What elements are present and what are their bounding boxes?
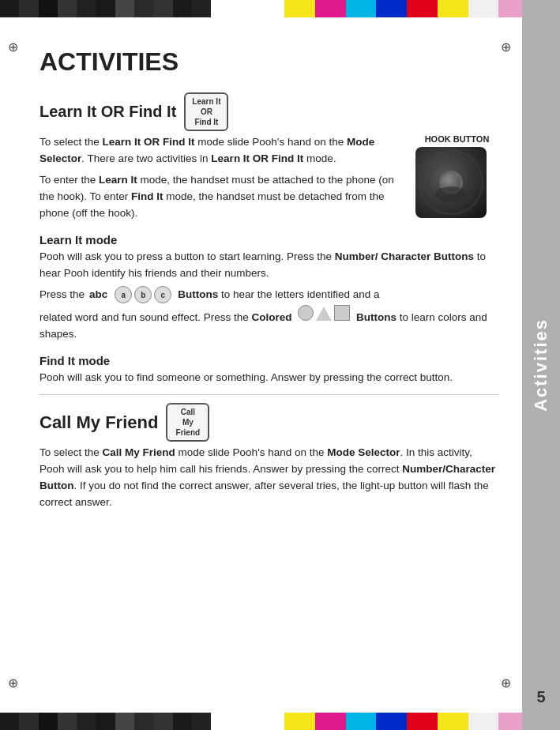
section1-heading: Learn It OR Find It Learn ItORFind It <box>39 92 498 131</box>
hook-button-section: HOOK BUTTON <box>415 134 498 218</box>
hook-button-label: HOOK BUTTON <box>415 134 498 144</box>
section4-heading-text: Call My Friend <box>39 412 158 433</box>
top-bar-color <box>284 0 529 17</box>
section3-heading: Find It mode <box>39 354 498 367</box>
btn-a: a <box>115 286 132 303</box>
top-bar-black <box>0 0 269 17</box>
divider <box>39 394 498 395</box>
section2-colored-row: related word and fun sound effect. Press… <box>39 305 498 343</box>
btn-c: c <box>154 286 171 303</box>
section2-abc-row: Press the abc a b c Buttons to hear the … <box>39 286 498 303</box>
section4-para: To select the Call My Friend mode slide … <box>39 445 498 511</box>
learn-it-find-it-badge: Learn ItORFind It <box>184 92 228 131</box>
section4-heading: Call My Friend CallMyFriend <box>39 403 498 442</box>
bottom-bar-black <box>0 713 269 730</box>
crosshair-bottom-left: ⊕ <box>8 675 18 690</box>
section2-heading: Learn It mode <box>39 233 498 246</box>
colored-btn-triangle <box>316 307 332 321</box>
colored-btn-square <box>334 305 350 321</box>
press-the-text: Press the <box>39 287 85 303</box>
buttons-text-1: Buttons to hear the letters identified a… <box>178 287 379 303</box>
main-content: ACTIVITIES Learn It OR Find It Learn ItO… <box>24 24 514 706</box>
colored-btn-circle <box>298 305 314 321</box>
colored-buttons <box>298 305 350 321</box>
right-sidebar: Activities 5 <box>522 0 560 730</box>
btn-b: b <box>134 286 152 303</box>
call-my-friend-badge: CallMyFriend <box>166 403 209 442</box>
section3-para: Pooh will ask you to find someone or som… <box>39 370 498 386</box>
page-title: ACTIVITIES <box>39 47 498 77</box>
section1-content: HOOK BUTTON To select the Learn It OR Fi… <box>39 134 498 222</box>
section1-heading-text: Learn It OR Find It <box>39 103 176 121</box>
section2-para1: Pooh will ask you to press a button to s… <box>39 249 498 282</box>
svg-point-2 <box>435 186 467 202</box>
sidebar-label: Activities <box>531 318 551 412</box>
hook-button-image <box>415 147 487 218</box>
abc-label: abc <box>89 287 107 303</box>
bottom-bar-color <box>284 713 529 730</box>
abc-buttons: a b c <box>115 286 171 303</box>
page-number: 5 <box>536 688 545 706</box>
crosshair-top-left: ⊕ <box>8 40 18 55</box>
